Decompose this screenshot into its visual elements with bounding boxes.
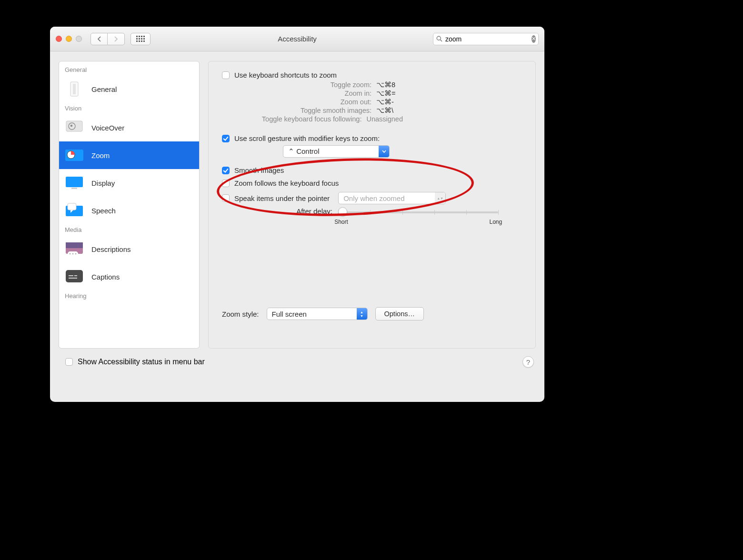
sidebar-item-label: VoiceOver (91, 124, 124, 132)
window-footer: Show Accessibility status in menu bar ? (50, 353, 544, 375)
zoom-in-shortcut: ⌥⌘= (376, 90, 403, 97)
sidebar-item-label: Display (91, 179, 115, 187)
svg-rect-21 (69, 275, 73, 276)
sidebar-section-media: Media (59, 224, 199, 235)
titlebar: Accessibility ✕ (50, 27, 544, 51)
speak-items-label: Speak items under the pointer (234, 194, 330, 202)
chevron-left-icon (97, 36, 101, 42)
toggle-smooth-key-label: Toggle smooth images: (301, 107, 372, 114)
svg-point-0 (437, 36, 441, 40)
svg-rect-23 (69, 278, 77, 279)
help-button[interactable]: ? (522, 356, 534, 368)
minimize-button[interactable] (66, 36, 72, 42)
updown-stepper-icon: ▲▼ (357, 308, 367, 320)
after-delay-label: After delay: (222, 207, 332, 215)
svg-rect-3 (73, 84, 76, 94)
sidebar-item-captions[interactable]: Captions (59, 263, 199, 290)
window-title: Accessibility (278, 35, 317, 43)
toggle-smooth-shortcut: ⌥⌘\ (376, 107, 403, 114)
svg-rect-22 (74, 275, 77, 276)
zoom-window-button[interactable] (76, 36, 82, 42)
speech-icon (64, 201, 85, 220)
nav-segment (90, 33, 125, 45)
toggle-kbf-key-label: Toggle keyboard focus following: (262, 115, 362, 123)
svg-point-19 (75, 253, 77, 255)
slider-min-label: Short (334, 219, 348, 225)
chevron-down-icon (379, 146, 389, 157)
sidebar-item-display[interactable]: Display (59, 169, 199, 197)
sidebar-item-label: Captions (91, 273, 120, 281)
grid-icon (136, 36, 145, 42)
show-status-checkbox[interactable] (65, 358, 73, 366)
after-delay-row: After delay: Short Long (222, 207, 522, 228)
toggle-zoom-key-label: Toggle zoom: (331, 81, 372, 89)
use-kb-shortcuts-row: Use keyboard shortcuts to zoom (222, 71, 522, 79)
modifier-key-combo[interactable]: ⌃ Control (283, 145, 390, 158)
zoom-settings-panel: Use keyboard shortcuts to zoom Toggle zo… (208, 61, 536, 349)
smooth-images-label: Smooth images (234, 166, 284, 174)
sidebar-item-label: Descriptions (91, 245, 131, 253)
close-button[interactable] (56, 36, 62, 42)
clear-search-button[interactable]: ✕ (532, 35, 536, 43)
speak-items-checkbox[interactable] (222, 194, 230, 202)
zoom-out-key-label: Zoom out: (341, 98, 372, 106)
after-delay-slider[interactable]: Short Long (338, 207, 498, 226)
sidebar-item-label: Zoom (91, 151, 110, 160)
general-icon (64, 80, 85, 98)
follows-focus-checkbox[interactable] (222, 180, 230, 187)
zoom-style-value: Full screen (267, 310, 357, 318)
toggle-kbf-shortcut: Unassigned (366, 115, 403, 123)
chevron-right-icon (114, 36, 118, 42)
search-field[interactable]: ✕ (433, 33, 539, 45)
search-input[interactable] (445, 35, 529, 43)
scroll-gesture-label: Use scroll gesture with modifier keys to… (234, 134, 380, 142)
speak-when-value: Only when zoomed (339, 194, 435, 202)
sidebar-item-voiceover[interactable]: VoiceOver (59, 114, 199, 141)
modifier-key-value: ⌃ Control (283, 147, 379, 156)
slider-max-label: Long (489, 219, 502, 225)
speak-when-combo[interactable]: Only when zoomed ▲▼ (338, 192, 446, 204)
svg-point-17 (70, 253, 71, 255)
forward-button[interactable] (108, 33, 125, 45)
use-kb-shortcuts-label: Use keyboard shortcuts to zoom (234, 71, 337, 79)
zoom-icon (64, 146, 85, 164)
display-icon (64, 174, 85, 192)
options-button[interactable]: Options… (375, 307, 424, 320)
traffic-lights (56, 36, 82, 42)
back-button[interactable] (90, 33, 108, 45)
smooth-images-checkbox[interactable] (222, 167, 230, 174)
sidebar-item-speech[interactable]: Speech (59, 197, 199, 224)
svg-rect-11 (71, 188, 77, 189)
svg-line-1 (440, 40, 442, 41)
sidebar-item-general[interactable]: General (59, 75, 199, 103)
zoom-style-label: Zoom style: (222, 310, 259, 318)
search-icon (436, 36, 442, 42)
toggle-zoom-shortcut: ⌥⌘8 (376, 81, 403, 89)
sidebar-section-hearing: Hearing (59, 290, 199, 301)
scroll-gesture-checkbox[interactable] (222, 135, 230, 142)
show-all-button[interactable] (131, 33, 151, 45)
sidebar-section-general: General (59, 64, 199, 75)
svg-point-18 (72, 253, 74, 255)
accessibility-prefpane-window: Accessibility ✕ General General Vision V… (50, 27, 544, 402)
scroll-gesture-row: Use scroll gesture with modifier keys to… (222, 134, 522, 142)
svg-point-6 (70, 125, 73, 127)
sidebar-item-zoom[interactable]: Zoom (59, 141, 199, 169)
use-kb-shortcuts-checkbox[interactable] (222, 71, 230, 79)
follows-focus-label: Zoom follows the keyboard focus (234, 179, 339, 187)
sidebar-item-descriptions[interactable]: Descriptions (59, 235, 199, 263)
sidebar-item-label: Speech (91, 207, 116, 215)
sidebar[interactable]: General General Vision VoiceOver Zoom (59, 61, 200, 349)
svg-rect-10 (66, 177, 83, 187)
descriptions-icon (64, 240, 85, 258)
svg-rect-15 (66, 242, 83, 248)
updown-stepper-icon: ▲▼ (435, 192, 445, 204)
slider-thumb[interactable] (338, 207, 347, 216)
zoom-in-key-label: Zoom in: (345, 90, 372, 97)
zoom-style-combo[interactable]: Full screen ▲▼ (267, 308, 368, 320)
sidebar-section-vision: Vision (59, 103, 199, 114)
voiceover-icon (64, 119, 85, 137)
captions-icon (64, 268, 85, 286)
svg-rect-13 (68, 203, 76, 210)
options-button-label: Options… (384, 310, 415, 318)
